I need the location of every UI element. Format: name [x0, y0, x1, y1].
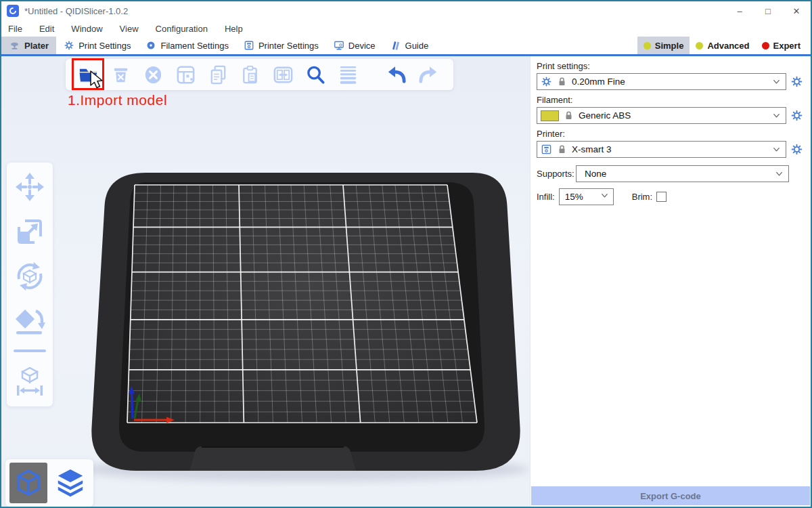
title-bar: *Untitled - QIDISlicer-1.0.2 – □ ✕: [1, 1, 811, 20]
scale-gizmo-button[interactable]: [14, 215, 46, 248]
brim-label: Brim:: [632, 192, 652, 202]
redo-button[interactable]: [415, 63, 439, 87]
printer-gear-button[interactable]: [790, 143, 803, 156]
variable-layer-height-button[interactable]: [336, 63, 360, 87]
tab-bar: Plater Print Settings Filament Settings …: [1, 37, 811, 56]
arrange-button[interactable]: [174, 63, 198, 87]
advanced-mode-dot-icon: [696, 42, 703, 49]
lock-icon: [557, 144, 567, 154]
settings-panel: Print settings: 0.20mm Fine Filament: Ge…: [530, 56, 811, 507]
chevron-down-icon: [771, 110, 782, 121]
delete-all-button[interactable]: [141, 63, 165, 87]
delete-button[interactable]: [109, 63, 133, 87]
build-plate: [1, 56, 530, 507]
filament-dropdown[interactable]: Generic ABS: [537, 107, 786, 124]
filament-label: Filament:: [537, 95, 803, 105]
chevron-down-icon: [771, 144, 782, 154]
undo-button[interactable]: [385, 63, 409, 87]
tab-filament-settings[interactable]: Filament Settings: [138, 37, 235, 54]
view-toggle: [5, 459, 93, 507]
gizmo-separator: [14, 350, 46, 352]
printer-dropdown[interactable]: X-smart 3: [537, 141, 786, 158]
measure-gizmo-button[interactable]: [14, 364, 46, 397]
infill-dropdown[interactable]: 15%: [559, 188, 614, 205]
tab-plater[interactable]: Plater: [1, 37, 56, 54]
print-settings-gear-button[interactable]: [790, 75, 803, 89]
gizmo-toolbar: [7, 163, 53, 406]
filament-color-swatch: [541, 110, 559, 121]
printer-label: Printer:: [537, 129, 803, 139]
print-settings-label: Print settings:: [537, 61, 803, 71]
export-gcode-button[interactable]: Export G-code: [531, 486, 810, 505]
lock-icon: [564, 110, 574, 121]
menu-window[interactable]: Window: [70, 22, 104, 35]
chevron-down-icon: [600, 190, 610, 203]
printer-icon: [541, 144, 552, 155]
viewport-3d[interactable]: 1.Import model: [1, 56, 530, 507]
simple-mode-dot-icon: [644, 42, 651, 49]
gear-icon: [541, 76, 552, 87]
paste-button[interactable]: [239, 63, 263, 87]
menu-file[interactable]: File: [7, 22, 24, 35]
mode-selector: Simple Advanced Expert: [637, 37, 811, 54]
app-logo-icon: [7, 5, 19, 17]
cursor-icon: [89, 70, 106, 91]
chevron-down-icon: [774, 169, 784, 179]
tab-device[interactable]: Device: [326, 37, 383, 54]
menu-edit[interactable]: Edit: [38, 22, 55, 35]
preview-view-button[interactable]: [51, 463, 89, 503]
tab-printer-settings[interactable]: Printer Settings: [236, 37, 326, 54]
gear-icon: [64, 40, 74, 51]
print-settings-dropdown[interactable]: 0.20mm Fine: [537, 73, 786, 90]
filament-gear-button[interactable]: [790, 109, 803, 123]
book-icon: [390, 40, 401, 51]
split-button[interactable]: [271, 63, 295, 87]
search-button[interactable]: [304, 63, 328, 87]
menu-help[interactable]: Help: [223, 22, 244, 35]
app-window: *Untitled - QIDISlicer-1.0.2 – □ ✕ File …: [0, 0, 812, 508]
place-on-face-gizmo-button[interactable]: [14, 305, 46, 337]
mode-advanced[interactable]: Advanced: [690, 37, 755, 54]
move-gizmo-button[interactable]: [14, 171, 46, 203]
brim-checkbox[interactable]: [656, 192, 667, 202]
mode-simple[interactable]: Simple: [637, 37, 690, 54]
spool-icon: [145, 40, 156, 51]
tab-print-settings[interactable]: Print Settings: [56, 37, 138, 54]
minimize-button[interactable]: –: [725, 1, 754, 20]
import-annotation: 1.Import model: [68, 92, 167, 108]
mode-expert[interactable]: Expert: [756, 37, 807, 54]
window-title: *Untitled - QIDISlicer-1.0.2: [24, 6, 128, 16]
printer-icon: [244, 40, 254, 51]
menu-view[interactable]: View: [118, 22, 140, 35]
menu-configuration[interactable]: Configuration: [154, 22, 209, 35]
rotate-gizmo-button[interactable]: [14, 260, 46, 293]
supports-dropdown[interactable]: None: [576, 165, 789, 182]
toolbar: [66, 59, 453, 90]
device-icon: [334, 40, 344, 51]
expert-mode-dot-icon: [762, 42, 769, 49]
lock-icon: [557, 77, 567, 87]
infill-label: Infill:: [537, 192, 555, 202]
copy-button[interactable]: [206, 63, 230, 87]
plater-icon: [9, 40, 20, 51]
3d-editor-view-button[interactable]: [9, 463, 47, 503]
close-button[interactable]: ✕: [782, 1, 811, 20]
maximize-button[interactable]: □: [754, 1, 782, 20]
supports-label: Supports:: [537, 169, 576, 179]
menu-bar: File Edit Window View Configuration Help: [1, 20, 811, 37]
tab-guide[interactable]: Guide: [383, 37, 436, 54]
chevron-down-icon: [771, 77, 782, 87]
